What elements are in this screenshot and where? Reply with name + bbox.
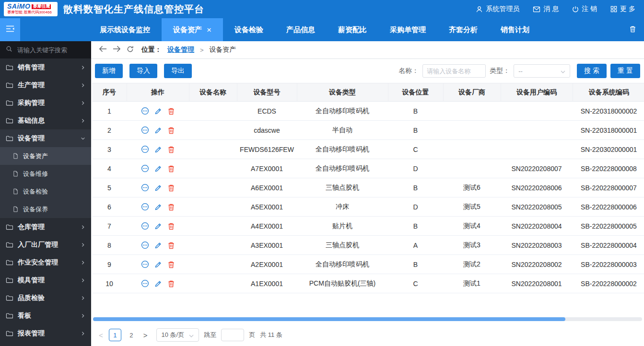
- chevron-right-icon: [81, 296, 85, 300]
- collapse-sidebar-button[interactable]: [0, 18, 20, 41]
- app-root: SAiMO 赛摩佳鹰 赛摩智能 股票代码300466 散料数智化生产线信息管控平…: [0, 0, 644, 346]
- close-tab-icon[interactable]: ×: [207, 26, 211, 34]
- sidebar-subitem[interactable]: 设备维修: [0, 165, 91, 183]
- edit-icon[interactable]: [154, 107, 162, 115]
- sidebar-subitem[interactable]: 设备保养: [0, 200, 91, 218]
- more-icon[interactable]: [141, 260, 149, 268]
- logout-button[interactable]: 注 销: [572, 5, 597, 13]
- more-icon[interactable]: [141, 184, 149, 192]
- sidebar-item[interactable]: 仓库管理: [0, 218, 91, 236]
- edit-icon[interactable]: [154, 146, 162, 153]
- device-name-input[interactable]: [422, 64, 486, 78]
- sidebar-item-label: 报表管理: [18, 329, 45, 338]
- sidebar-item[interactable]: 基础信息: [0, 112, 91, 129]
- delete-icon[interactable]: [167, 261, 175, 268]
- more-icon[interactable]: [141, 203, 149, 211]
- more-icon[interactable]: [141, 126, 149, 134]
- page-number-button[interactable]: 1: [109, 329, 121, 341]
- more-icon[interactable]: [141, 241, 149, 249]
- edit-icon[interactable]: [154, 242, 162, 249]
- tab[interactable]: 销售计划: [489, 18, 541, 41]
- delete-icon[interactable]: [167, 184, 175, 192]
- refresh-button[interactable]: [127, 46, 134, 55]
- jump-page-input[interactable]: [221, 329, 244, 341]
- cell-device-vendor: 测试3: [443, 236, 501, 255]
- sidebar-item[interactable]: 品质检验: [0, 289, 91, 307]
- messages-button[interactable]: 消 息: [533, 5, 559, 13]
- add-button[interactable]: 新增: [95, 64, 123, 78]
- edit-icon[interactable]: [154, 165, 162, 173]
- type-select[interactable]: --: [514, 64, 570, 78]
- back-button[interactable]: [99, 46, 107, 54]
- sidebar-item[interactable]: 作业安全管理: [0, 254, 91, 271]
- tab[interactable]: 产品信息: [275, 18, 327, 41]
- clear-tabs-button[interactable]: [629, 18, 644, 41]
- import-button[interactable]: 导入: [129, 64, 157, 78]
- more-icon[interactable]: [141, 145, 149, 153]
- more-menu-label: 更 多: [620, 5, 635, 13]
- tab-bar: 展示线设备监控 设备资产 × 设备检验 产品信息 薪资配比 采购单管理 齐套分析…: [0, 18, 644, 41]
- export-button[interactable]: 导出: [164, 64, 192, 78]
- delete-icon[interactable]: [167, 242, 175, 249]
- table-row: 6 A5EX0001 冲床 D 测试5 SN20220208005 SB-220…: [92, 197, 644, 217]
- sidebar-item[interactable]: 采购管理: [0, 94, 91, 112]
- delete-icon[interactable]: [167, 280, 175, 288]
- sidebar-item[interactable]: 销售管理: [0, 58, 91, 76]
- edit-icon[interactable]: [154, 261, 162, 268]
- tab[interactable]: 薪资配比: [327, 18, 378, 41]
- cell-user-code: [501, 121, 573, 140]
- scrollbar-thumb[interactable]: [93, 317, 565, 321]
- next-page-button[interactable]: >: [142, 331, 149, 339]
- more-icon[interactable]: [141, 279, 149, 288]
- edit-icon[interactable]: [154, 203, 162, 211]
- more-icon[interactable]: [141, 222, 149, 230]
- forward-button[interactable]: [113, 46, 121, 54]
- sidebar-search-input[interactable]: [16, 46, 85, 54]
- cell-actions: [127, 255, 189, 274]
- cell-seq: 6: [92, 197, 127, 217]
- tab[interactable]: 设备资产 ×: [162, 18, 223, 41]
- delete-icon[interactable]: [167, 222, 175, 230]
- horizontal-scrollbar[interactable]: [93, 317, 642, 321]
- page-size-select[interactable]: 10 条/页: [156, 328, 199, 342]
- chevron-right-icon: [81, 118, 85, 123]
- sidebar-item[interactable]: 生产管理: [0, 76, 91, 94]
- admin-user-button[interactable]: 系统管理员: [476, 5, 519, 13]
- cell-device-type: 冲床: [297, 197, 388, 217]
- tab-label: 采购单管理: [390, 25, 426, 35]
- delete-icon[interactable]: [167, 127, 175, 134]
- sidebar-item[interactable]: 报表管理: [0, 324, 91, 342]
- tab[interactable]: 采购单管理: [378, 18, 437, 41]
- delete-icon[interactable]: [167, 146, 175, 153]
- sidebar-item[interactable]: 看板: [0, 307, 91, 324]
- sidebar-item[interactable]: 入厂出厂管理: [0, 236, 91, 254]
- more-menu-button[interactable]: 更 多: [610, 5, 635, 13]
- breadcrumb-parent-link[interactable]: 设备管理: [167, 46, 194, 54]
- page-number-button[interactable]: 2: [125, 329, 138, 341]
- edit-icon[interactable]: [154, 280, 162, 288]
- cell-sys-code: SB-220228000006: [573, 197, 644, 217]
- delete-icon[interactable]: [167, 107, 175, 115]
- cell-user-code: SN20220208005: [501, 197, 573, 217]
- cell-sys-code: SB-220228000003: [573, 255, 644, 274]
- delete-icon[interactable]: [167, 165, 175, 173]
- edit-icon[interactable]: [154, 127, 162, 134]
- sidebar-item[interactable]: 模具管理: [0, 271, 91, 289]
- more-icon[interactable]: [141, 107, 149, 115]
- sidebar-item[interactable]: 设备管理: [0, 129, 91, 147]
- delete-icon[interactable]: [167, 203, 175, 211]
- edit-icon[interactable]: [154, 184, 162, 192]
- prev-page-button[interactable]: <: [98, 331, 104, 339]
- tab[interactable]: 设备检验: [223, 18, 275, 41]
- more-icon[interactable]: [141, 164, 149, 173]
- sidebar-subitem[interactable]: 设备资产: [0, 147, 91, 165]
- reset-button[interactable]: 重 置: [610, 64, 640, 78]
- cell-device-type: 三轴点胶机: [297, 178, 388, 197]
- tab[interactable]: 齐套分析: [437, 18, 489, 41]
- edit-icon[interactable]: [154, 222, 162, 230]
- sidebar-item-label: 看板: [18, 311, 31, 320]
- sidebar-subitem[interactable]: 设备检验: [0, 183, 91, 200]
- breadcrumb-bar: 位置： 设备管理 > 设备资产: [91, 41, 644, 59]
- tab[interactable]: 展示线设备监控: [88, 18, 162, 41]
- search-button[interactable]: 搜 索: [577, 64, 607, 78]
